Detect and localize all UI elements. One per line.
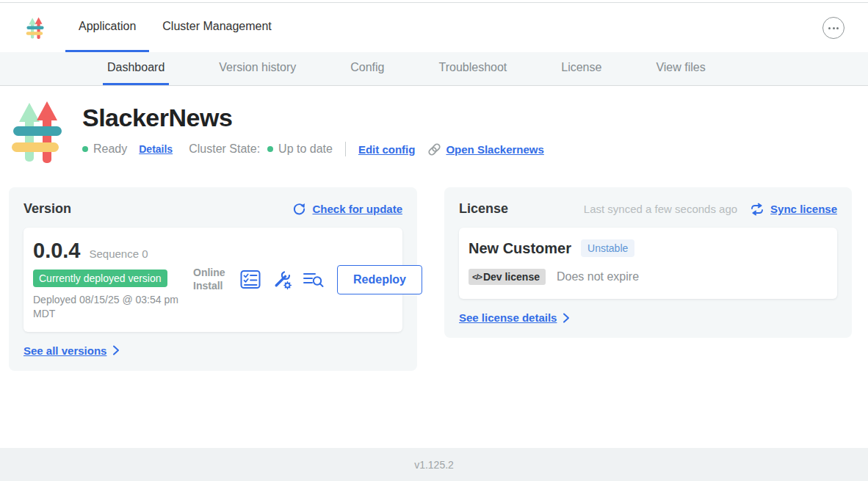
redeploy-button[interactable]: Redeploy [337, 265, 422, 294]
dashboard-main: SlackerNews Ready Details Cluster State:… [0, 86, 868, 448]
ellipsis-icon [836, 27, 839, 29]
preflight-checks-icon[interactable] [239, 269, 261, 291]
version-card: Version Check for update 0.0.4 Sequence … [9, 187, 417, 371]
license-expiry: Does not expire [557, 270, 639, 283]
check-for-update[interactable]: Check for update [292, 202, 402, 216]
config-wrench-icon[interactable] [271, 269, 293, 291]
ellipsis-icon [828, 27, 831, 29]
tab-cluster-management-label: Cluster Management [162, 20, 272, 33]
app-status-dot [82, 146, 88, 152]
license-type-label: Dev license [483, 271, 540, 283]
code-icon: </> [472, 272, 482, 281]
console-version: v1.125.2 [414, 459, 454, 471]
deployed-timestamp: Deployed 08/15/25 @ 03:54 pm MDT [33, 293, 193, 321]
subnav-tab-dashboard[interactable]: Dashboard [103, 52, 169, 85]
version-card-title: Version [23, 201, 71, 217]
sync-license[interactable]: Sync license [750, 203, 837, 216]
subnav-tab-license-label: License [561, 61, 601, 74]
subnav-tab-view-files[interactable]: View files [651, 52, 709, 85]
app-header: SlackerNews Ready Details Cluster State:… [0, 86, 868, 164]
chevron-right-icon [563, 313, 570, 323]
console-footer: v1.125.2 [0, 448, 868, 481]
see-license-details[interactable]: See license details [459, 311, 837, 324]
license-card: License Last synced a few seconds ago Sy… [444, 187, 852, 338]
install-type-label: Online Install [193, 267, 230, 292]
overflow-menu-button[interactable] [822, 17, 845, 39]
tab-application[interactable]: Application [65, 3, 149, 52]
customer-name: New Customer [469, 240, 571, 257]
details-link[interactable]: Details [139, 143, 173, 155]
subnav-tab-config[interactable]: Config [346, 52, 388, 85]
sync-license-link[interactable]: Sync license [770, 203, 837, 215]
check-for-update-link[interactable]: Check for update [312, 203, 402, 215]
edit-config-link[interactable]: Edit config [358, 143, 416, 156]
ellipsis-icon [833, 27, 835, 29]
app-logo-icon [26, 14, 45, 42]
channel-badge: Unstable [581, 239, 634, 257]
subnav-tab-troubleshoot[interactable]: Troubleshoot [434, 52, 511, 85]
deploy-logs-icon[interactable] [303, 269, 325, 291]
refresh-icon [292, 202, 306, 216]
subnav-tab-view-files-label: View files [656, 61, 705, 74]
top-nav: Application Cluster Management [0, 3, 868, 52]
license-details-panel: New Customer Unstable </> Dev license Do… [459, 228, 837, 299]
cluster-state-dot [267, 146, 273, 152]
license-type-badge: </> Dev license [469, 269, 546, 285]
app-status-row: Ready Details Cluster State: Up to date … [82, 142, 544, 156]
subnav-tab-troubleshoot-label: Troubleshoot [438, 61, 507, 74]
link-icon [427, 142, 441, 156]
tab-cluster-management[interactable]: Cluster Management [149, 3, 285, 52]
version-sequence: Sequence 0 [90, 247, 148, 260]
version-number: 0.0.4 [33, 239, 81, 263]
current-version-panel: 0.0.4 Sequence 0 Currently deployed vers… [23, 228, 402, 332]
open-app-link[interactable]: Open Slackernews [446, 143, 543, 156]
page-title: SlackerNews [82, 104, 544, 132]
subnav-tab-version-history-label: Version history [219, 61, 296, 74]
subnav-tab-license[interactable]: License [557, 52, 606, 85]
see-all-versions-link[interactable]: See all versions [23, 344, 106, 357]
chevron-right-icon [112, 345, 120, 355]
cluster-state-value: Up to date [278, 142, 333, 156]
app-status-label: Ready [93, 142, 127, 156]
see-all-versions[interactable]: See all versions [23, 344, 402, 357]
divider [345, 142, 346, 156]
subnav-tab-config-label: Config [350, 61, 384, 74]
app-subnav: Dashboard Version history Config Trouble… [0, 52, 868, 86]
sync-icon [750, 203, 764, 216]
subnav-tab-version-history[interactable]: Version history [214, 52, 300, 85]
last-synced-text: Last synced a few seconds ago [584, 203, 737, 215]
app-logo-large [10, 98, 65, 164]
deployed-badge: Currently deployed version [33, 270, 167, 287]
license-card-title: License [459, 201, 508, 217]
see-license-details-link[interactable]: See license details [459, 311, 557, 324]
cluster-state-label: Cluster State: [189, 142, 260, 156]
subnav-tab-dashboard-label: Dashboard [107, 61, 164, 74]
tab-application-label: Application [79, 20, 136, 33]
